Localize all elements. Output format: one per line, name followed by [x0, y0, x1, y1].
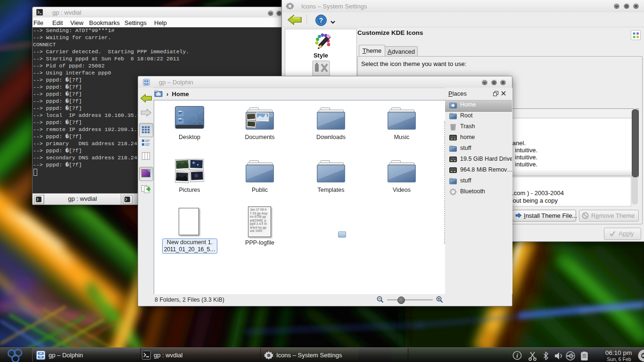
svg-text:i: i	[516, 352, 518, 359]
svg-text:?: ?	[319, 16, 323, 24]
